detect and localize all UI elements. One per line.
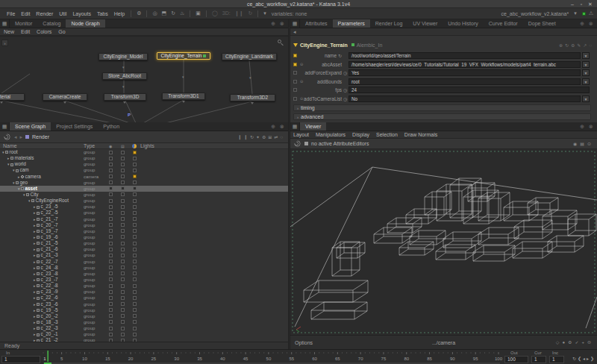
expander-icon[interactable]: ▸ [18, 175, 20, 179]
visibility-checkbox[interactable] [133, 284, 137, 288]
dropdown-arrow-icon[interactable]: ▼ [582, 61, 590, 68]
scenegraph-row-c_20_-1[interactable]: ▸c_20_-1group [0, 331, 288, 337]
viewer-menu-layout[interactable]: Layout [293, 132, 309, 137]
expander-icon[interactable]: ▸ [34, 204, 36, 209]
viewport-3d[interactable] [290, 149, 597, 335]
visibility-checkbox[interactable] [121, 260, 125, 263]
visibility-checkbox[interactable] [121, 223, 125, 227]
expander-icon[interactable]: ▸ [34, 266, 36, 270]
menu-layouts[interactable]: Layouts [69, 11, 94, 16]
node-cameracreate[interactable]: CameraCreate [43, 93, 87, 101]
visibility-checkbox[interactable] [121, 320, 125, 324]
3d-icon[interactable]: 3D: [220, 10, 233, 16]
scenegraph-row-c_24_-8[interactable]: ▸c_24_-8group [0, 265, 288, 271]
visibility-checkbox[interactable] [109, 211, 113, 215]
expander-icon[interactable]: ▾ [23, 192, 25, 197]
visibility-checkbox[interactable] [133, 302, 137, 306]
lock-icon[interactable]: ⬒ [160, 10, 169, 16]
flash-icon[interactable]: ✦ [256, 135, 262, 139]
visibility-checkbox[interactable] [133, 175, 137, 178]
node-flag-icon[interactable] [293, 43, 298, 47]
visibility-checkbox[interactable] [133, 223, 137, 227]
dropdown-arrow-icon[interactable]: ▼ [582, 78, 590, 85]
visibility-checkbox[interactable] [133, 333, 137, 336]
menu-render[interactable]: Render [33, 11, 56, 16]
dropdown-arrow-icon[interactable]: ▼ [582, 95, 590, 102]
scenegraph-row-c_20_-2[interactable]: ▸c_20_-2group [0, 313, 288, 319]
param-value-field[interactable]: Yes [348, 69, 581, 76]
scenegraph-row-c_21_-3[interactable]: ▸c_21_-3group [0, 252, 288, 258]
scenegraph-row-c_23_-8[interactable]: ▸c_23_-8group [0, 271, 288, 277]
tab-curve-editor[interactable]: Curve Editor [484, 19, 523, 28]
pane-menu-icon[interactable]: ▦ [0, 122, 10, 131]
tab-render-log[interactable]: Render Log [370, 19, 408, 28]
scenegraph-row-c_22_-3[interactable]: ▸c_22_-3group [0, 325, 288, 331]
visibility-checkbox[interactable] [121, 308, 125, 312]
visibility-checkbox[interactable] [121, 163, 125, 166]
menu-help[interactable]: Help [111, 11, 128, 16]
visibility-checkbox[interactable] [121, 205, 125, 209]
visibility-checkbox[interactable] [109, 277, 113, 281]
section-timing[interactable]: ›timing [293, 104, 591, 111]
visibility-checkbox[interactable] [133, 290, 137, 294]
dot-icon[interactable]: ● [562, 340, 568, 345]
visibility-checkbox[interactable] [109, 296, 113, 300]
viewer-menu-display[interactable]: Display [352, 132, 369, 137]
visibility-checkbox[interactable] [109, 186, 113, 190]
inc-field[interactable]: 1 [549, 356, 564, 363]
visibility-checkbox[interactable] [109, 223, 113, 227]
visibility-checkbox[interactable] [133, 314, 137, 318]
eye-icon[interactable]: ◉ [573, 142, 580, 146]
tab-monitor[interactable]: Monitor [10, 19, 37, 28]
visibility-checkbox[interactable] [121, 199, 125, 203]
visibility-checkbox[interactable] [109, 266, 113, 269]
pause-icon[interactable]: ❙❙ [238, 135, 250, 139]
stopwatch-icon[interactable]: ◷ [343, 70, 347, 75]
visibility-checkbox[interactable] [133, 327, 137, 330]
param-value-field[interactable]: No [348, 95, 581, 102]
step-back-icon[interactable]: ❮ [578, 357, 583, 361]
nodegraph-menu-edit[interactable]: Edit [21, 29, 30, 34]
visibility-checkbox[interactable] [133, 205, 137, 209]
param-value-field[interactable]: root [348, 78, 581, 85]
expander-icon[interactable]: ▸ [34, 277, 36, 282]
minimize-button[interactable]: – [568, 0, 577, 8]
scenegraph-row-geo[interactable]: ▾geogroup [0, 180, 288, 186]
visibility-checkbox[interactable] [109, 248, 113, 251]
visibility-checkbox[interactable] [133, 157, 137, 160]
scenegraph-row-root[interactable]: ▾rootgroup [0, 149, 288, 155]
sync-icon[interactable]: ↻ [250, 135, 256, 139]
visibility-checkbox[interactable] [133, 192, 137, 196]
pane-menu-icon[interactable]: ▦ [290, 122, 300, 131]
output-port-icon[interactable] [182, 101, 185, 103]
column-type[interactable]: Type [84, 143, 95, 148]
visibility-checkbox[interactable] [109, 242, 113, 245]
render-flag-icon[interactable]: ▣ [193, 10, 203, 16]
scenegraph-row-cam[interactable]: ▾camgroup [0, 167, 288, 173]
output-port-icon[interactable] [0, 101, 3, 104]
expander-icon[interactable]: ▸ [34, 283, 36, 288]
visibility-checkbox[interactable] [121, 157, 125, 160]
scenegraph-row-c_21_-7[interactable]: ▸c_21_-7group [0, 216, 288, 222]
visibility-checkbox[interactable] [109, 181, 113, 184]
expander-icon[interactable]: ▾ [13, 181, 15, 185]
visibility-checkbox[interactable] [133, 272, 137, 275]
cur-field[interactable]: 1 [531, 356, 546, 363]
tab-parameters[interactable]: Parameters [333, 19, 370, 28]
expander-icon[interactable]: ▸ [34, 217, 36, 222]
loop-icon[interactable]: ↻ [246, 10, 254, 16]
back-arrow-icon[interactable]: ◂ [293, 29, 296, 34]
visibility-checkbox[interactable] [133, 266, 137, 269]
visibility-checkbox[interactable] [109, 235, 113, 239]
expander-icon[interactable]: ▸ [34, 229, 36, 233]
expander-icon[interactable]: ▸ [7, 156, 10, 160]
expander-icon[interactable]: ▸ [34, 272, 36, 276]
visibility-checkbox[interactable] [121, 169, 125, 172]
visibility-checkbox[interactable] [121, 186, 125, 190]
sync-icon[interactable]: ↻ [169, 10, 178, 16]
visibility-checkbox[interactable] [133, 254, 137, 257]
expander-icon[interactable]: ▾ [28, 198, 31, 203]
visibility-checkbox[interactable] [109, 320, 113, 324]
visibility-checkbox[interactable] [121, 302, 125, 306]
crosshair-icon[interactable]: ◎ [150, 10, 159, 16]
